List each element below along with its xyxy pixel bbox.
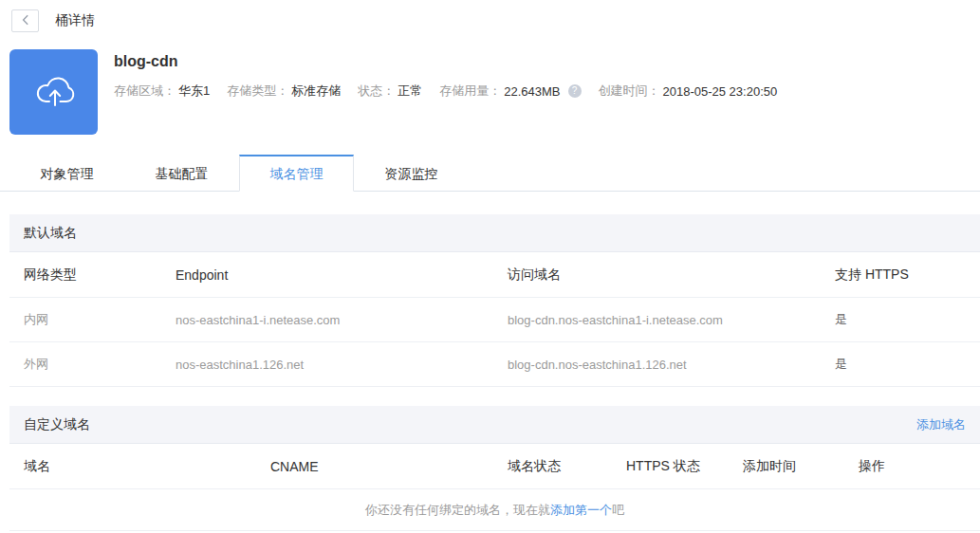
cell-access-domain: blog-cdn.nos-eastchina1.126.net: [508, 358, 835, 372]
bucket-icon: [9, 49, 98, 135]
meta-storage-type: 存储类型： 标准存储: [227, 83, 341, 100]
cell-https-support: 是: [835, 356, 980, 373]
table-row: 外网 nos-eastchina1.126.net blog-cdn.nos-e…: [9, 342, 980, 387]
help-icon[interactable]: ?: [568, 84, 582, 98]
col-domain-status: 域名状态: [508, 458, 626, 475]
topbar: 桶详情: [0, 0, 980, 32]
meta-label: 存储用量：: [439, 83, 501, 100]
bucket-meta: 存储区域： 华东1 存储类型： 标准存储 状态： 正常 存储用量： 22.643…: [114, 83, 794, 100]
meta-value: 华东1: [178, 83, 210, 100]
col-network-type: 网络类型: [24, 266, 176, 284]
meta-value: 正常: [398, 83, 422, 100]
chevron-left-icon: [21, 12, 30, 29]
back-button[interactable]: [11, 9, 39, 32]
add-domain-button[interactable]: 添加域名: [916, 416, 966, 433]
tab-content: 默认域名 网络类型 Endpoint 访问域名 支持 HTTPS 内网 nos-…: [9, 214, 980, 531]
col-cname: CNAME: [270, 459, 508, 474]
cell-endpoint: nos-eastchina1-i.netease.com: [176, 313, 508, 327]
section-title: 默认域名: [24, 225, 77, 242]
cell-endpoint: nos-eastchina1.126.net: [176, 358, 508, 372]
meta-storage-usage: 存储用量： 22.643MB ?: [439, 83, 581, 100]
cell-access-domain: blog-cdn.nos-eastchina1-i.netease.com: [508, 313, 835, 327]
cell-network-type: 内网: [24, 311, 176, 328]
meta-status: 状态： 正常: [358, 83, 422, 100]
table-row: 内网 nos-eastchina1-i.netease.com blog-cdn…: [9, 298, 980, 342]
tab-basic-config[interactable]: 基础配置: [124, 155, 239, 192]
col-https-status: HTTPS 状态: [626, 458, 743, 475]
bucket-info: blog-cdn 存储区域： 华东1 存储类型： 标准存储 状态： 正常 存储用…: [114, 49, 794, 135]
default-domains-section-header: 默认域名: [9, 214, 980, 252]
col-add-time: 添加时间: [743, 458, 859, 475]
empty-state-text: 吧: [612, 502, 624, 519]
custom-domains-section-header: 自定义域名 添加域名: [9, 406, 980, 444]
cell-https-support: 是: [835, 311, 980, 328]
col-endpoint: Endpoint: [176, 267, 508, 283]
col-domain: 域名: [24, 458, 270, 475]
meta-created-time: 创建时间： 2018-05-25 23:20:50: [599, 83, 778, 100]
page-title: 桶详情: [55, 12, 95, 29]
tab-object-management[interactable]: 对象管理: [9, 155, 124, 192]
meta-storage-region: 存储区域： 华东1: [114, 83, 210, 100]
bucket-header: blog-cdn 存储区域： 华东1 存储类型： 标准存储 状态： 正常 存储用…: [9, 49, 980, 135]
section-title: 自定义域名: [24, 416, 90, 433]
custom-domains-empty-state: 你还没有任何绑定的域名，现在就添加第一个吧: [9, 489, 980, 531]
col-access-domain: 访问域名: [508, 266, 835, 284]
default-domains-table-header: 网络类型 Endpoint 访问域名 支持 HTTPS: [9, 252, 980, 298]
meta-label: 创建时间：: [599, 83, 660, 100]
meta-value: 22.643MB: [504, 84, 560, 99]
tab-domain-management[interactable]: 域名管理: [239, 155, 354, 192]
cloud-upload-icon: [29, 65, 79, 119]
custom-domains-table-header: 域名 CNAME 域名状态 HTTPS 状态 添加时间 操作: [9, 444, 980, 489]
col-https-support: 支持 HTTPS: [835, 266, 980, 284]
meta-value: 2018-05-25 23:20:50: [663, 84, 778, 99]
meta-label: 状态：: [358, 83, 395, 100]
col-actions: 操作: [859, 458, 980, 475]
bucket-name: blog-cdn: [114, 53, 794, 70]
add-first-domain-link[interactable]: 添加第一个: [550, 502, 612, 519]
tab-bar: 对象管理 基础配置 域名管理 资源监控: [0, 155, 980, 192]
meta-value: 标准存储: [291, 83, 341, 100]
cell-network-type: 外网: [24, 356, 176, 373]
meta-label: 存储类型：: [227, 83, 288, 100]
empty-state-text: 你还没有任何绑定的域名，现在就: [365, 502, 550, 519]
meta-label: 存储区域：: [114, 83, 176, 100]
tab-resource-monitor[interactable]: 资源监控: [354, 155, 469, 192]
